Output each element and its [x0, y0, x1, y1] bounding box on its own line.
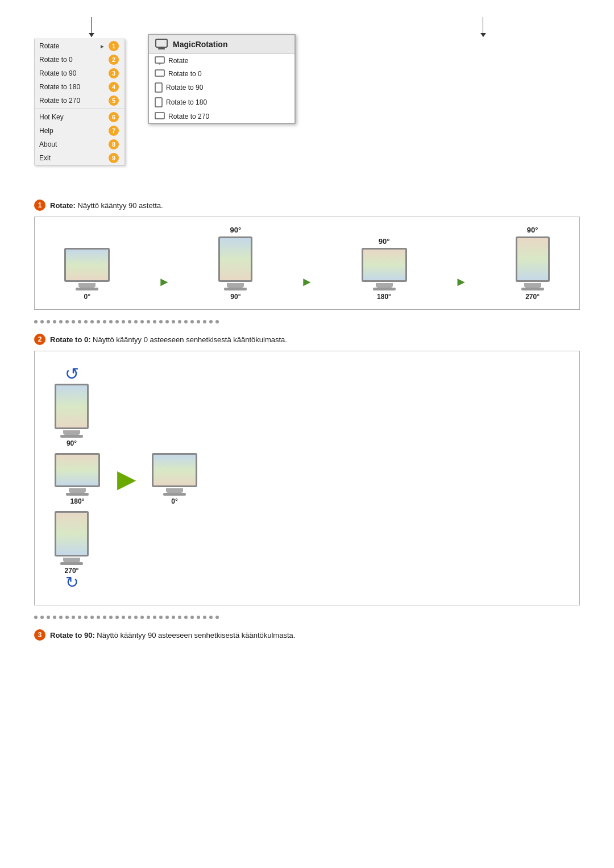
dot2-26	[190, 616, 194, 619]
deg-label-top-2: 90°	[230, 226, 242, 234]
bottom-label-180: 180°	[377, 293, 391, 301]
dot2-12	[103, 616, 106, 619]
dot2-4	[53, 616, 56, 619]
menu-area: Rotate ► 1 Rotate to 0 2 Rotate to 90 3 …	[34, 17, 580, 165]
dot2-22	[165, 616, 169, 619]
menu-item-rotate[interactable]: Rotate ► 1	[35, 39, 125, 53]
screen-90deg	[218, 236, 252, 282]
svg-rect-7	[155, 113, 164, 119]
dot-8	[78, 320, 81, 323]
dot2-2	[40, 616, 44, 619]
screen-tall-left	[55, 384, 89, 429]
dot-25	[184, 320, 188, 323]
menu-item-rotate0[interactable]: Rotate to 0 2	[35, 53, 125, 67]
rotate-180-icon	[155, 97, 163, 107]
menu-item-hotkey[interactable]: Hot Key 6	[35, 110, 125, 124]
dot-6	[65, 320, 69, 323]
magic-panel-header: MagicRotation	[149, 35, 294, 54]
dot-4	[53, 320, 56, 323]
badge-4: 4	[109, 82, 119, 92]
menu-item-rotate270-text: Rotate to 270	[39, 97, 105, 105]
bottom-label-0: 0°	[84, 293, 90, 301]
magic-monitor-icon	[155, 39, 168, 50]
bottom-label-270: 270°	[525, 293, 540, 301]
magic-panel-rotate-180[interactable]: Rotate to 180	[149, 95, 294, 110]
foot-90deg	[224, 288, 247, 290]
dot2-11	[97, 616, 100, 619]
deg-label-0-right: 0°	[171, 497, 177, 505]
magic-panel-rotate-0[interactable]: Rotate to 0	[149, 67, 294, 80]
menu-item-hotkey-text: Hot Key	[39, 113, 105, 121]
section-1-diagram: 0° ► 90° 90° ► 90°	[34, 217, 580, 310]
monitor-180deg: 90° 180°	[362, 237, 407, 301]
top-monitor-container: ↺ 90°	[55, 366, 89, 447]
dot-21	[159, 320, 163, 323]
magic-rotation-panel: MagicRotation Rotate Rotate to 0 Rot	[148, 34, 296, 124]
dot2-13	[109, 616, 113, 619]
menu-item-about[interactable]: About 8	[35, 138, 125, 151]
dot2-3	[47, 616, 50, 619]
base-180deg	[376, 283, 393, 288]
monitor-90deg: 90° 90°	[218, 226, 252, 301]
screen-270deg	[516, 236, 550, 282]
menu-item-exit-text: Exit	[39, 154, 105, 162]
deg-label-top-3: 90°	[379, 237, 390, 246]
deg-label-90-left: 90°	[67, 439, 77, 447]
context-menu: Rotate ► 1 Rotate to 0 2 Rotate to 90 3 …	[34, 39, 125, 165]
rotate-90-icon	[155, 82, 163, 93]
foot-270-bottom	[60, 562, 83, 565]
section-3: 3 Rotate to 90: Näyttö kääntyy 90 astees…	[34, 629, 580, 641]
dot2-9	[84, 616, 88, 619]
dot-28	[203, 320, 206, 323]
dot-13	[109, 320, 113, 323]
foot-tall-left	[60, 435, 83, 438]
section-3-badge: 3	[34, 629, 45, 641]
dot2-1	[34, 616, 38, 619]
magic-panel-rotate[interactable]: Rotate	[149, 54, 294, 67]
monitor-0-right: 0°	[152, 453, 197, 505]
magic-panel-rotate-90[interactable]: Rotate to 90	[149, 80, 294, 95]
badge-3: 3	[109, 68, 119, 78]
base-0deg	[78, 283, 96, 288]
dot-9	[84, 320, 88, 323]
menu-item-help[interactable]: Help 7	[35, 124, 125, 138]
menu-item-rotate90[interactable]: Rotate to 90 3	[35, 67, 125, 80]
dot-18	[140, 320, 144, 323]
dot-26	[190, 320, 194, 323]
rotate-0-icon	[155, 69, 165, 78]
badge-9: 9	[109, 153, 119, 163]
dot2-8	[78, 616, 81, 619]
menu-item-rotate180[interactable]: Rotate to 180 4	[35, 80, 125, 94]
badge-2: 2	[109, 55, 119, 65]
dot2-20	[153, 616, 156, 619]
deg-label-top-4: 90°	[527, 226, 538, 234]
badge-7: 7	[109, 126, 119, 136]
base-tall-left	[63, 430, 80, 435]
foot-270deg	[521, 288, 544, 290]
menu-item-exit[interactable]: Exit 9	[35, 151, 125, 165]
section-2-label: 2 Rotate to 0: Näyttö kääntyy 0 asteesee…	[34, 334, 580, 345]
dot2-24	[178, 616, 181, 619]
base-90deg	[227, 283, 244, 288]
menu-item-rotate-text: Rotate	[39, 42, 99, 50]
arrow-2-3: ►	[301, 275, 313, 289]
menu-item-rotate270[interactable]: Rotate to 270 5	[35, 94, 125, 107]
dot-15	[122, 320, 125, 323]
screen-0-right	[152, 453, 197, 487]
dot2-30	[215, 616, 219, 619]
dot-2	[40, 320, 44, 323]
dot-22	[165, 320, 169, 323]
svg-rect-1	[159, 47, 164, 48]
magic-panel-rotate-270[interactable]: Rotate to 270	[149, 110, 294, 123]
section-3-text: Rotate to 90: Näyttö kääntyy 90 asteesee…	[50, 631, 295, 639]
left-arrow	[91, 17, 92, 37]
screen-180-left	[55, 453, 100, 487]
section-1: 1 Rotate: Näyttö kääntyy 90 astetta. 0° …	[34, 200, 580, 310]
dot2-27	[197, 616, 200, 619]
dot2-19	[147, 616, 150, 619]
monitor-sequence-1: 0° ► 90° 90° ► 90°	[43, 226, 571, 301]
dot2-21	[159, 616, 163, 619]
foot-0-right	[163, 493, 186, 496]
foot-180-left	[66, 493, 89, 496]
dot2-17	[134, 616, 138, 619]
